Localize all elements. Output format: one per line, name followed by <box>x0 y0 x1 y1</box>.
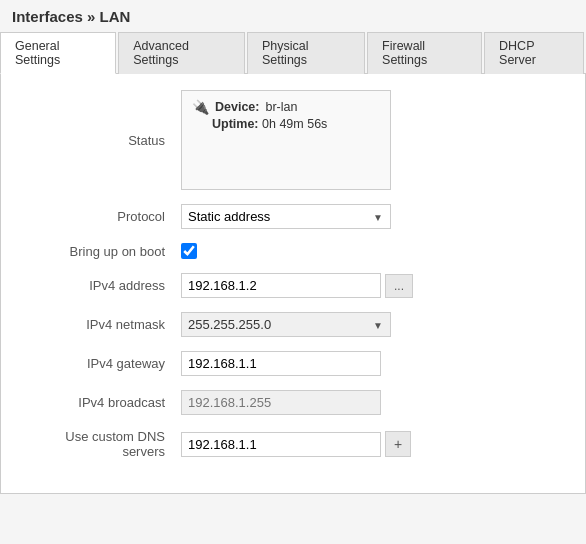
dns-input[interactable] <box>181 432 381 457</box>
ipv4-address-btn[interactable]: ... <box>385 274 413 298</box>
protocol-select[interactable]: Static address DHCP client Unmanaged <box>181 204 391 229</box>
uptime-value: 0h 49m 56s <box>262 117 327 131</box>
status-box: 🔌 Device: br-lan Uptime: 0h 49m 56s <box>181 90 391 190</box>
netmask-select-wrapper: 255.255.255.0 255.255.0.0 255.0.0.0 <box>181 312 391 337</box>
dns-add-btn[interactable]: + <box>385 431 411 457</box>
tab-advanced[interactable]: Advanced Settings <box>118 32 245 74</box>
device-label: Device: <box>215 100 259 114</box>
dns-label: Use custom DNS servers <box>21 429 181 459</box>
dns-wrapper: + <box>181 431 411 457</box>
boot-row: Bring up on boot <box>21 243 565 259</box>
tab-dhcp[interactable]: DHCP Server <box>484 32 584 74</box>
ipv4-broadcast-input[interactable] <box>181 390 381 415</box>
boot-checkbox[interactable] <box>181 243 197 259</box>
ipv4-address-row: IPv4 address ... <box>21 273 565 298</box>
status-label: Status <box>21 133 181 148</box>
ipv4-gateway-row: IPv4 gateway <box>21 351 565 376</box>
device-icon: 🔌 <box>192 99 209 115</box>
protocol-select-wrapper: Static address DHCP client Unmanaged <box>181 204 391 229</box>
ipv4-address-input[interactable] <box>181 273 381 298</box>
status-device-line: 🔌 Device: br-lan <box>192 99 380 115</box>
tab-general[interactable]: General Settings <box>0 32 116 74</box>
ipv4-address-input-wrapper: ... <box>181 273 413 298</box>
content-area: Status 🔌 Device: br-lan Uptime: 0h 49m 5… <box>0 74 586 494</box>
ipv4-netmask-label: IPv4 netmask <box>21 317 181 332</box>
dns-row: Use custom DNS servers + <box>21 429 565 459</box>
status-uptime-line: Uptime: 0h 49m 56s <box>192 117 380 131</box>
ipv4-netmask-row: IPv4 netmask 255.255.255.0 255.255.0.0 2… <box>21 312 565 337</box>
status-row: Status 🔌 Device: br-lan Uptime: 0h 49m 5… <box>21 90 565 190</box>
tab-physical[interactable]: Physical Settings <box>247 32 365 74</box>
tabs-container: General Settings Advanced Settings Physi… <box>0 31 586 74</box>
ipv4-netmask-select[interactable]: 255.255.255.0 255.255.0.0 255.0.0.0 <box>181 312 391 337</box>
ipv4-gateway-input[interactable] <box>181 351 381 376</box>
boot-label: Bring up on boot <box>21 244 181 259</box>
uptime-label: Uptime: <box>212 117 259 131</box>
device-value: br-lan <box>265 100 297 114</box>
ipv4-broadcast-row: IPv4 broadcast <box>21 390 565 415</box>
protocol-row: Protocol Static address DHCP client Unma… <box>21 204 565 229</box>
ipv4-gateway-label: IPv4 gateway <box>21 356 181 371</box>
tab-firewall[interactable]: Firewall Settings <box>367 32 482 74</box>
ipv4-broadcast-label: IPv4 broadcast <box>21 395 181 410</box>
ipv4-address-label: IPv4 address <box>21 278 181 293</box>
page-header: Interfaces » LAN <box>0 0 586 31</box>
protocol-label: Protocol <box>21 209 181 224</box>
